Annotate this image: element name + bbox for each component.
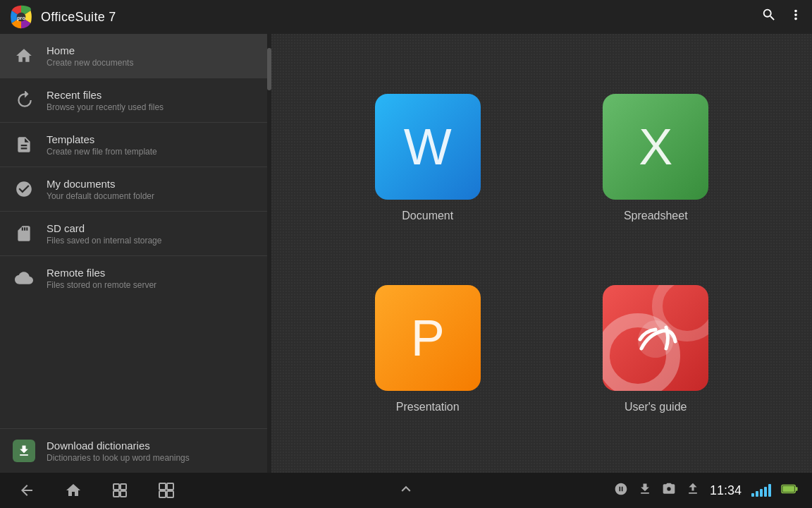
- document-card[interactable]: W Document: [368, 87, 488, 229]
- sidebar-item-templates[interactable]: Templates Create new file from template: [0, 123, 271, 167]
- signal-bar-4: [764, 487, 767, 497]
- main-layout: Home Create new documents Recent files B…: [0, 34, 812, 473]
- sidebar-remote-text: Remote files Files stored on remote serv…: [47, 267, 156, 290]
- sidebar-dictionaries-sublabel: Dictionaries to look up word meanings: [47, 453, 190, 463]
- presentation-card[interactable]: P Presentation: [368, 278, 488, 421]
- spreadsheet-icon: X: [603, 94, 708, 200]
- battery-icon: [781, 482, 798, 500]
- guide-label: User's guide: [625, 401, 687, 413]
- sidebar-item-recent[interactable]: Recent files Browse your recently used f…: [0, 78, 271, 122]
- sidebar-templates-label: Templates: [47, 133, 157, 145]
- document-icon: W: [375, 94, 481, 200]
- sidebar-item-home[interactable]: Home Create new documents: [0, 34, 271, 78]
- signal-bar-3: [760, 489, 763, 497]
- status-bar: 11:34: [614, 482, 798, 500]
- nav-buttons: [14, 478, 179, 503]
- sidebar-scrollbar[interactable]: [267, 34, 271, 473]
- sidebar-mydocs-sublabel: Your default document folder: [47, 191, 154, 201]
- content-area: W Document X Spreadsheet P Presentation: [271, 34, 812, 473]
- svg-text:pro: pro: [17, 15, 25, 21]
- top-bar-actions: [761, 7, 804, 27]
- sidebar-bottom: Download dictionaries Dictionaries to lo…: [0, 428, 271, 473]
- sidebar-mydocs-text: My documents Your default document folde…: [47, 178, 154, 201]
- sidebar-dictionaries-label: Download dictionaries: [47, 440, 190, 452]
- svg-rect-13: [782, 485, 794, 491]
- svg-rect-9: [159, 491, 166, 497]
- sidebar-dictionaries-text: Download dictionaries Dictionaries to lo…: [47, 440, 190, 463]
- sidebar-scrollbar-thumb: [267, 48, 271, 90]
- sidebar-home-label: Home: [47, 44, 133, 56]
- document-letter: W: [404, 118, 452, 176]
- overview-button[interactable]: [154, 478, 179, 503]
- clock-display: 11:34: [710, 483, 742, 498]
- svg-rect-10: [167, 491, 173, 497]
- spreadsheet-label: Spreadsheet: [624, 210, 688, 222]
- search-icon[interactable]: [761, 7, 777, 27]
- svg-rect-6: [121, 491, 126, 497]
- sidebar-item-remote[interactable]: Remote files Files stored on remote serv…: [0, 256, 271, 300]
- home-icon: [11, 43, 37, 68]
- top-bar: pro OfficeSuite 7: [0, 0, 812, 34]
- remote-icon: [11, 265, 37, 291]
- recycle-icon: [614, 482, 628, 500]
- sidebar-templates-sublabel: Create new file from template: [47, 147, 157, 157]
- sidebar-remote-sublabel: Files stored on remote server: [47, 280, 156, 290]
- sidebar-item-mydocs[interactable]: My documents Your default document folde…: [0, 167, 271, 211]
- bottom-bar: 11:34: [0, 473, 812, 508]
- presentation-label: Presentation: [396, 401, 460, 413]
- download2-icon: [686, 482, 700, 500]
- sidebar-recent-sublabel: Browse your recently used files: [47, 102, 164, 112]
- guide-icon: [603, 285, 708, 391]
- sidebar-sdcard-text: SD card Files saved on internal storage: [47, 222, 161, 246]
- dictionaries-icon-wrap: [11, 438, 37, 464]
- more-options-icon[interactable]: [788, 7, 804, 27]
- app-title: OfficeSuite 7: [41, 10, 116, 25]
- sidebar-remote-label: Remote files: [47, 267, 156, 279]
- svg-rect-7: [159, 483, 166, 490]
- sidebar: Home Create new documents Recent files B…: [0, 34, 271, 473]
- signal-bar-5: [768, 484, 771, 497]
- sidebar-item-dictionaries[interactable]: Download dictionaries Dictionaries to lo…: [0, 429, 271, 473]
- svg-rect-5: [113, 491, 119, 497]
- sidebar-home-sublabel: Create new documents: [47, 58, 133, 68]
- android-home-button[interactable]: [61, 478, 86, 503]
- signal-bar-2: [756, 491, 758, 497]
- sidebar-mydocs-label: My documents: [47, 178, 154, 190]
- app-logo: pro: [8, 4, 34, 30]
- download-status-icon: [638, 482, 652, 500]
- sidebar-sdcard-sublabel: Files saved on internal storage: [47, 236, 161, 246]
- templates-icon: [11, 132, 37, 157]
- signal-icon: [751, 484, 771, 497]
- dictionaries-icon-bg: [13, 440, 35, 462]
- back-button[interactable]: [14, 478, 39, 503]
- recents-button[interactable]: [107, 478, 133, 503]
- sidebar-templates-text: Templates Create new file from template: [47, 133, 157, 157]
- recent-icon: [11, 87, 37, 113]
- presentation-letter: P: [411, 309, 445, 367]
- mydocs-icon: [11, 176, 37, 202]
- svg-rect-4: [121, 484, 126, 490]
- up-arrow-button[interactable]: [397, 480, 415, 502]
- spreadsheet-letter: X: [639, 118, 672, 176]
- document-label: Document: [402, 210, 453, 222]
- sidebar-home-text: Home Create new documents: [47, 44, 133, 68]
- svg-rect-8: [167, 483, 173, 490]
- svg-rect-12: [796, 487, 798, 491]
- sdcard-icon: [11, 221, 37, 246]
- sidebar-item-sdcard[interactable]: SD card Files saved on internal storage: [0, 212, 271, 255]
- guide-card[interactable]: User's guide: [596, 278, 715, 421]
- camera-icon: [662, 482, 676, 500]
- presentation-icon: P: [375, 285, 481, 391]
- spreadsheet-card[interactable]: X Spreadsheet: [596, 87, 715, 229]
- sidebar-sdcard-label: SD card: [47, 222, 161, 234]
- sidebar-recent-label: Recent files: [47, 89, 164, 101]
- signal-bar-1: [751, 493, 754, 497]
- svg-rect-3: [113, 484, 119, 490]
- sidebar-recent-text: Recent files Browse your recently used f…: [47, 89, 164, 112]
